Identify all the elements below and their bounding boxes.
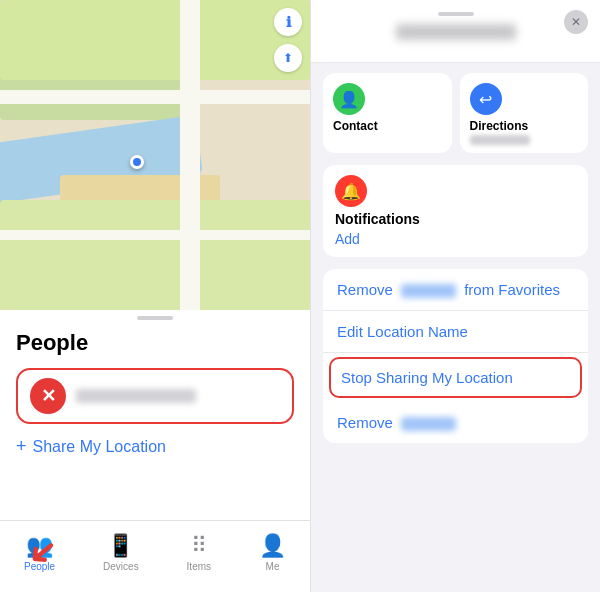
notifications-add-button[interactable]: Add <box>335 231 576 247</box>
bottom-left-panel: People ✕ + Share My Location <box>0 322 310 520</box>
action-stop-sharing-text: Stop Sharing My Location <box>341 369 513 386</box>
directions-card-label: Directions <box>470 119 529 133</box>
me-tab-label: Me <box>266 561 280 572</box>
contact-card-label: Contact <box>333 119 378 133</box>
map-green-2 <box>0 0 310 80</box>
share-location-button[interactable]: + Share My Location <box>16 436 294 457</box>
person-item[interactable]: ✕ <box>16 368 294 424</box>
panel-drag-bar <box>438 12 474 16</box>
items-tab-icon: ⠿ <box>191 533 207 559</box>
remove-name-blurred <box>401 417 456 431</box>
panel-header: ✕ <box>311 0 600 63</box>
map-area: ℹ ⬆ <box>0 0 310 310</box>
person-name-blurred <box>76 389 196 403</box>
directions-card[interactable]: ↩ Directions <box>460 73 589 153</box>
panel-body: 👤 Contact ↩ Directions 🔔 Notification <box>311 63 600 592</box>
map-background: ℹ ⬆ <box>0 0 310 310</box>
tab-me[interactable]: 👤 Me <box>259 533 286 572</box>
tab-bar: 👥 People 📱 Devices ⠿ Items 👤 Me ➜ <box>0 520 310 592</box>
action-remove[interactable]: Remove <box>323 402 588 443</box>
action-remove-favorites[interactable]: Remove from Favorites <box>323 269 588 311</box>
left-column: ℹ ⬆ People ✕ + Share My Location <box>0 0 310 592</box>
nav-icon: ⬆ <box>283 51 293 65</box>
action-remove-favorites-text: Remove from Favorites <box>337 281 560 298</box>
notifications-icon: 🔔 <box>335 175 367 207</box>
tab-items[interactable]: ⠿ Items <box>187 533 211 572</box>
action-list: Remove from Favorites Edit Location Name… <box>323 269 588 443</box>
contact-person-icon: 👤 <box>339 90 359 109</box>
map-road-v <box>180 0 200 310</box>
devices-tab-label: Devices <box>103 561 139 572</box>
map-road-h1 <box>0 90 310 104</box>
favorites-name-blurred <box>401 284 456 298</box>
drag-handle-area <box>0 310 310 322</box>
people-heading: People <box>16 330 294 356</box>
me-tab-icon: 👤 <box>259 533 286 559</box>
location-dot <box>130 155 144 169</box>
close-icon: ✕ <box>571 15 581 29</box>
panel-close-button[interactable]: ✕ <box>564 10 588 34</box>
panel-drag-handle <box>327 12 584 16</box>
share-location-label: Share My Location <box>33 438 166 456</box>
map-road-h2 <box>0 230 310 240</box>
directions-sublabel-blurred <box>470 135 530 145</box>
action-edit-location-text: Edit Location Name <box>337 323 468 340</box>
app-layout: ℹ ⬆ People ✕ + Share My Location <box>0 0 600 592</box>
info-button[interactable]: ℹ <box>274 8 302 36</box>
items-tab-label: Items <box>187 561 211 572</box>
action-remove-text: Remove <box>337 414 460 431</box>
contact-card-icon: 👤 <box>333 83 365 115</box>
notifications-label: Notifications <box>335 211 576 227</box>
directions-icon: ↩ <box>479 90 492 109</box>
nav-button[interactable]: ⬆ <box>274 44 302 72</box>
arrow-indicator: ➜ <box>28 532 58 574</box>
drag-handle-bar <box>137 316 173 320</box>
info-icon: ℹ <box>286 14 291 30</box>
person-avatar: ✕ <box>30 378 66 414</box>
cards-row: 👤 Contact ↩ Directions <box>323 73 588 153</box>
action-edit-location[interactable]: Edit Location Name <box>323 311 588 353</box>
share-plus-icon: + <box>16 436 27 457</box>
directions-card-icon: ↩ <box>470 83 502 115</box>
bell-icon: 🔔 <box>341 182 361 201</box>
devices-tab-icon: 📱 <box>107 533 134 559</box>
tab-devices[interactable]: 📱 Devices <box>103 533 139 572</box>
notifications-section: 🔔 Notifications Add <box>323 165 588 257</box>
panel-contact-name-blurred <box>396 24 516 40</box>
action-stop-sharing[interactable]: Stop Sharing My Location <box>329 357 582 398</box>
contact-card[interactable]: 👤 Contact <box>323 73 452 153</box>
map-green-3 <box>0 200 310 310</box>
right-panel: ✕ 👤 Contact ↩ Directions <box>310 0 600 592</box>
